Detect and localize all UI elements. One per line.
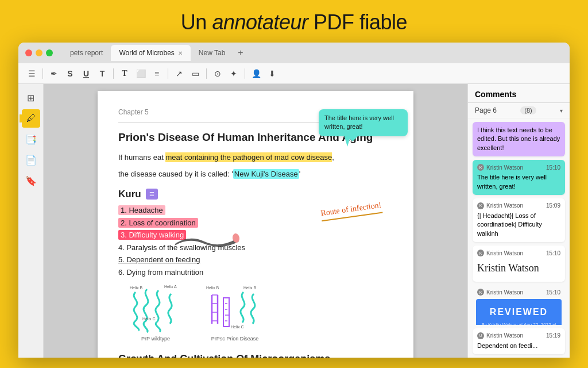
pdf-area: The title here is very well written, gre… bbox=[44, 84, 467, 358]
list-item-6: 6. Dying from malnutrition bbox=[118, 267, 393, 278]
comment-meta-5: K Kristin Watson 15:10 bbox=[473, 285, 565, 297]
comment-author-5: Kristin Watson bbox=[486, 289, 523, 296]
svg-text:Helix C: Helix C bbox=[142, 317, 156, 321]
comment-card-1[interactable]: I think this text needs to be edited. Bu… bbox=[473, 122, 565, 156]
toolbar-user-icon[interactable]: 👤 bbox=[250, 67, 262, 80]
banner-post: PDF fiable bbox=[308, 10, 408, 34]
toolbar-circle-icon[interactable]: ⊙ bbox=[211, 67, 224, 80]
reviewed-badge: REVIEWED bbox=[481, 304, 557, 321]
banner-italic: annotateur bbox=[212, 10, 308, 34]
comment-meta-2: K Kristin Watson 15:10 bbox=[477, 164, 560, 171]
growth-title: Growth And Cultivation Of Microorganisms bbox=[118, 351, 393, 358]
avatar-6: U bbox=[477, 332, 484, 339]
avatar-2: K bbox=[477, 164, 484, 171]
tab-new-tab[interactable]: New Tab bbox=[191, 45, 233, 61]
close-button[interactable] bbox=[25, 49, 32, 56]
svg-text:Helix B: Helix B bbox=[130, 286, 143, 290]
comment-meta-3: K Kristin Watson 15:09 bbox=[477, 202, 560, 209]
comment-text-2: The title here is very well written, gre… bbox=[477, 173, 560, 191]
pdf-page: The title here is very well written, gre… bbox=[98, 91, 413, 358]
comment-card-3[interactable]: K Kristin Watson 15:09 {| Headacht}| Los… bbox=[473, 198, 565, 242]
new-tab-button[interactable]: + bbox=[233, 48, 247, 58]
tab-label: New Tab bbox=[199, 49, 225, 57]
comments-list: I think this text needs to be edited. Bu… bbox=[468, 118, 570, 358]
mol2-box: Helix B Helix B Helix C PrP bbox=[198, 283, 272, 343]
toolbar-edit-icon[interactable]: ✦ bbox=[227, 67, 240, 80]
comment-author-3: Kristin Watson bbox=[486, 202, 523, 209]
toolbar-text-icon[interactable]: ☰ bbox=[25, 67, 38, 80]
comment-card-5[interactable]: K Kristin Watson 15:10 REVIEWED By Krist… bbox=[473, 285, 565, 324]
toolbar-arrow-icon[interactable]: ↗ bbox=[173, 67, 185, 80]
toolbar-divider-3 bbox=[168, 68, 168, 79]
para1-pre: If humans eat bbox=[118, 153, 165, 162]
avatar-3: K bbox=[477, 202, 484, 209]
maximize-button[interactable] bbox=[46, 49, 53, 56]
comment-text-6: Dependent on feedi... bbox=[477, 342, 560, 350]
toolbar-underline-icon[interactable]: U bbox=[80, 67, 92, 80]
callout-text: The title here is very well written, gre… bbox=[324, 114, 394, 130]
chevron-down-icon[interactable]: ▾ bbox=[560, 108, 563, 114]
sidebar-bookmarks-icon[interactable]: 📑 bbox=[22, 130, 40, 148]
para2-pre: the disease caused by it is called: ' bbox=[118, 170, 233, 178]
mol1-label: PrP wildtype bbox=[141, 335, 170, 343]
comment-card-2[interactable]: K Kristin Watson 15:10 The title here is… bbox=[473, 160, 565, 195]
molecule-container: Helix B Helix A Helix C PrP wildtype bbox=[118, 283, 393, 343]
mol1-box: Helix B Helix A Helix C PrP wildtype bbox=[118, 283, 193, 343]
toolbar: ☰ ✒ S U T T ⬜ ≡ ↗ ▭ ⊙ ✦ 👤 ⬇ bbox=[18, 63, 570, 84]
comment-card-4[interactable]: K Kristin Watson 15:10 Kristin Watson bbox=[473, 246, 565, 282]
pdf-paragraph-2: the disease caused by it is called: 'New… bbox=[118, 168, 393, 180]
svg-text:Helix B: Helix B bbox=[206, 286, 219, 290]
toolbar-list-icon[interactable]: ≡ bbox=[150, 67, 163, 80]
toolbar-divider-5 bbox=[245, 68, 245, 79]
sidebar-pages-icon[interactable]: 📄 bbox=[22, 151, 40, 169]
minimize-button[interactable] bbox=[36, 49, 42, 56]
comment-time-2: 15:10 bbox=[546, 164, 560, 171]
para2-post: ' bbox=[299, 170, 300, 178]
list-symptoms: 1. Headache 2. Loss of coordination 3. D… bbox=[118, 205, 393, 278]
list-item-4: 4. Paralysis of the swallowing muscles bbox=[118, 242, 393, 254]
comment-author-2: Kristin Watson bbox=[486, 164, 523, 171]
tab-close-icon[interactable]: ✕ bbox=[178, 50, 183, 56]
svg-text:Helix B: Helix B bbox=[243, 286, 257, 290]
toolbar-shape-icon[interactable]: ▭ bbox=[189, 67, 202, 80]
avatar-4: K bbox=[477, 250, 484, 256]
top-banner: Un annotateur PDF fiable bbox=[0, 0, 588, 43]
para1-post: , bbox=[332, 153, 334, 162]
pdf-paragraph-1: If humans eat meat containing the pathog… bbox=[118, 152, 393, 163]
comment-count: (8) bbox=[520, 106, 536, 114]
comment-time-5: 15:10 bbox=[546, 289, 560, 296]
para1-highlight: meat containing the pathogen of mad cow … bbox=[165, 152, 332, 162]
comments-panel: Comments Page 6 (8) ▾ I think this text … bbox=[467, 84, 570, 358]
list-item-1: 1. Headache bbox=[118, 205, 393, 216]
traffic-lights bbox=[25, 49, 53, 56]
svg-text:Helix A: Helix A bbox=[164, 285, 177, 289]
tab-world-of-microbes[interactable]: World of Microbes ✕ bbox=[111, 45, 190, 61]
mol2-svg: Helix B Helix B Helix C bbox=[198, 283, 272, 335]
comment-author-4: Kristin Watson bbox=[486, 250, 523, 256]
tab-label: World of Microbes bbox=[119, 49, 174, 57]
sidebar-layers-icon[interactable]: 🔖 bbox=[22, 171, 40, 190]
comment-text-3: {| Headacht}| Loss of coordinatioek| Dif… bbox=[477, 212, 560, 238]
toolbar-divider-4 bbox=[206, 68, 207, 79]
browser-window: pets report World of Microbes ✕ New Tab … bbox=[18, 43, 570, 358]
comment-time-6: 15:19 bbox=[546, 332, 560, 339]
toolbar-pen-icon[interactable]: ✒ bbox=[48, 67, 60, 80]
marker-decoration bbox=[173, 229, 242, 251]
comment-card-6[interactable]: U Kristin Watson 15:19 Dependent on feed… bbox=[473, 328, 565, 354]
toolbar-text-t-icon[interactable]: T bbox=[96, 67, 109, 80]
sidebar-thumbnail-icon[interactable]: ⊞ bbox=[22, 89, 40, 107]
list-item-5: 5. Dependent on feeding bbox=[118, 254, 393, 266]
avatar-5: K bbox=[477, 289, 484, 296]
mol2-label: PrPsc Prion Disease bbox=[211, 335, 259, 343]
sidebar-annotate-icon[interactable]: 🖊 bbox=[22, 109, 40, 128]
list-item-3: 3. Difficulty walking bbox=[118, 229, 393, 241]
comment-time-3: 15:09 bbox=[546, 202, 560, 209]
toolbar-text2-icon[interactable]: T bbox=[118, 67, 131, 80]
toolbar-strikethrough-icon[interactable]: S bbox=[64, 67, 76, 80]
kuru-label: Kuru bbox=[118, 187, 141, 202]
toolbar-textbox-icon[interactable]: ⬜ bbox=[134, 67, 147, 80]
tab-pets-report[interactable]: pets report bbox=[62, 45, 111, 61]
toolbar-divider-2 bbox=[113, 68, 114, 79]
toolbar-stamp-icon[interactable]: ⬇ bbox=[266, 67, 278, 80]
comments-page-row[interactable]: Page 6 (8) ▾ bbox=[468, 103, 570, 118]
